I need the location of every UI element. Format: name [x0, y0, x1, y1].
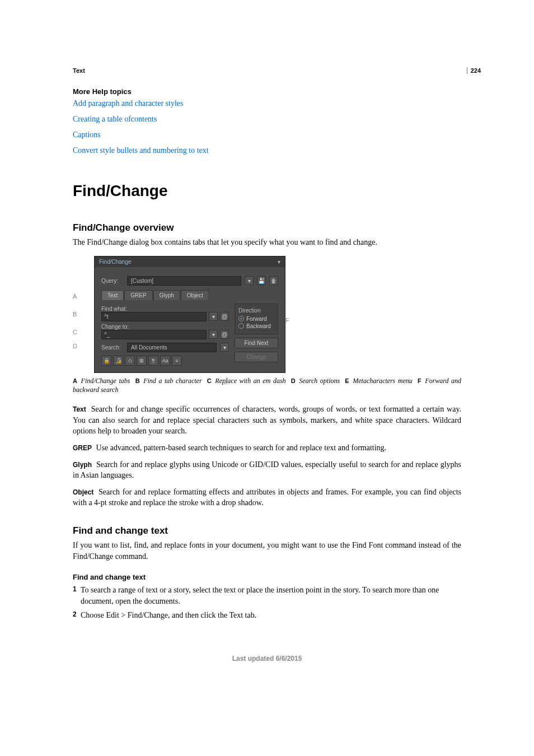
def-grep-body: Use advanced, pattern-based search techn…: [96, 444, 387, 452]
section-label: Text: [73, 67, 461, 74]
cap-b-key: B: [135, 377, 140, 384]
cap-c-key: C: [207, 377, 212, 384]
change-to-input[interactable]: ^_: [101, 330, 207, 339]
find-next-button[interactable]: Find Next: [235, 338, 278, 348]
term-text: Text: [73, 405, 86, 413]
help-link-toc[interactable]: Creating a table ofcontents: [73, 115, 461, 124]
step-1: 1 To search a range of text or a story, …: [73, 585, 461, 606]
def-glyph: Glyph Search for and replace glyphs usin…: [73, 459, 461, 481]
find-text-intro: If you want to list, find, and replace f…: [73, 540, 461, 562]
overview-intro: The Find/Change dialog box contains tabs…: [73, 237, 461, 248]
find-text-subheading: Find and change text: [73, 573, 461, 581]
step-2-text: Choose Edit > Find/Change, and then clic…: [81, 610, 461, 621]
opt-whole-word-icon[interactable]: ≡: [172, 356, 182, 366]
find-what-input[interactable]: ^t: [101, 312, 207, 321]
leader-d: D: [73, 343, 77, 349]
footer-updated: Last updated 6/6/2015: [73, 655, 461, 662]
dialog-title: Find/Change: [99, 259, 131, 265]
cap-d: Search options: [299, 377, 340, 385]
step-2-number: 2: [73, 610, 81, 621]
query-dropdown-icon[interactable]: ▾: [245, 276, 254, 285]
help-link-convert[interactable]: Convert style bullets and numbering to t…: [73, 146, 461, 155]
def-text-body: Search for and change specific occurrenc…: [73, 405, 461, 435]
dialog-collapse-icon[interactable]: ▾: [278, 259, 280, 265]
term-grep: GREP: [73, 444, 92, 452]
direction-backward-label: Backward: [246, 323, 271, 329]
step-1-number: 1: [73, 585, 81, 606]
leader-f: F: [285, 317, 289, 324]
tab-text[interactable]: Text: [101, 290, 124, 300]
radio-on-icon: [238, 316, 244, 321]
find-meta-icon[interactable]: @: [220, 312, 229, 321]
direction-forward-radio[interactable]: Forward: [238, 316, 274, 322]
help-link-styles[interactable]: Add paragraph and character styles: [73, 99, 461, 108]
more-help-heading: More Help topics: [73, 87, 461, 96]
term-glyph: Glyph: [73, 461, 92, 469]
leader-c: C: [73, 329, 77, 335]
page-title-h1: Find/Change: [73, 182, 461, 200]
search-dropdown-icon[interactable]: ▾: [220, 343, 229, 352]
query-label: Query:: [101, 278, 124, 284]
help-link-captions[interactable]: Captions: [73, 130, 461, 139]
cap-a: Find/Change tabs: [81, 377, 130, 385]
query-select[interactable]: [Custom]: [127, 276, 241, 286]
cap-a-key: A: [73, 377, 77, 384]
page-number: 224: [467, 67, 481, 74]
cap-e-key: E: [345, 377, 349, 384]
find-what-label: Find what:: [101, 306, 229, 312]
change-button[interactable]: Change: [235, 352, 278, 362]
tab-glyph[interactable]: Glyph: [153, 290, 180, 300]
cap-e: Metacharacters menu: [353, 377, 413, 385]
def-object: Object Search for and replace formatting…: [73, 487, 461, 508]
leader-b: B: [73, 311, 77, 318]
radio-off-icon: [238, 323, 244, 329]
search-scope-label: Search:: [101, 344, 124, 351]
cap-d-key: D: [291, 377, 296, 384]
def-glyph-body: Search for and replace glyphs using Unic…: [73, 460, 461, 480]
save-query-icon[interactable]: 💾: [257, 276, 266, 285]
find-change-dialog: Find/Change ▾ Query: [Custom] ▾ 💾 🗑 Text…: [94, 256, 285, 373]
opt-case-icon[interactable]: Aa: [160, 356, 170, 366]
def-object-body: Search for and replace formatting effect…: [73, 488, 461, 507]
tab-object[interactable]: Object: [181, 290, 209, 300]
change-dropdown-icon[interactable]: ▾: [209, 330, 218, 339]
change-meta-icon[interactable]: @: [220, 330, 229, 339]
direction-forward-label: Forward: [246, 316, 267, 322]
search-scope-select[interactable]: All Documents: [127, 343, 217, 352]
opt-locked-stories-icon[interactable]: 🔏: [113, 356, 123, 366]
find-text-heading: Find and change text: [73, 525, 461, 536]
tab-row: Text GREP Glyph Object: [101, 290, 278, 300]
leader-a: A: [73, 293, 77, 300]
opt-footnotes-icon[interactable]: ¶: [148, 356, 158, 366]
opt-locked-layers-icon[interactable]: 🔒: [101, 356, 111, 366]
cap-b: Find a tab character: [143, 377, 202, 385]
cap-f-key: F: [418, 377, 421, 384]
step-1-text: To search a range of text or a story, se…: [81, 585, 461, 606]
term-object: Object: [73, 488, 93, 496]
leader-e: E: [224, 379, 228, 385]
def-grep: GREP Use advanced, pattern-based search …: [73, 442, 461, 454]
delete-query-icon[interactable]: 🗑: [269, 276, 278, 285]
direction-heading: Direction: [238, 307, 274, 314]
overview-heading: Find/Change overview: [73, 222, 461, 234]
tab-grep[interactable]: GREP: [124, 290, 152, 300]
figure-find-change: A B C D Find/Change ▾ Query: [Custom] ▾ …: [73, 256, 308, 373]
step-2: 2 Choose Edit > Find/Change, and then cl…: [73, 610, 461, 621]
find-dropdown-icon[interactable]: ▾: [209, 312, 218, 321]
figure-caption: A Find/Change tabs B Find a tab characte…: [73, 376, 461, 395]
def-text: Text Search for and change specific occu…: [73, 404, 461, 437]
opt-master-icon[interactable]: ⊞: [137, 356, 147, 366]
change-to-label: Change to:: [101, 324, 229, 330]
opt-hidden-icon[interactable]: ◇: [125, 356, 135, 366]
direction-backward-radio[interactable]: Backward: [238, 323, 274, 329]
